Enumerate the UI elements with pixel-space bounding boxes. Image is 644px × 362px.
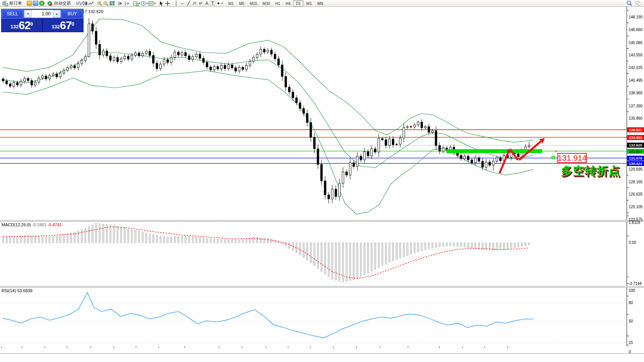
price-tag-131.076: 131.076 (627, 156, 644, 161)
autotrading-label: 自动交易 (54, 0, 71, 6)
macd-label: MACD(12,26,9) -0.1881 -0.4741 (2, 222, 62, 227)
vertical-line-icon[interactable]: │ (173, 0, 179, 6)
chat-icon[interactable] (635, 0, 641, 6)
rsi-tick: 80 (629, 301, 633, 305)
macd-tick: 1.8119 (629, 220, 640, 225)
price-tag-130.424: 130.424 (627, 161, 644, 166)
price-tick: 140.495 (629, 78, 642, 82)
timeframe-m15[interactable]: M15 (247, 0, 260, 7)
mt4-window: 新订单 自动交易 ▾ ▾ ▾ │ ─ (0, 0, 644, 362)
price-tick: 143.555 (629, 53, 642, 57)
price-tag-132.620: 132.620 (627, 143, 644, 148)
candlestick-chart-icon[interactable] (82, 0, 88, 6)
hline-drag-handle[interactable] (552, 156, 555, 159)
sell-button[interactable]: SELL (2, 9, 23, 18)
macd-tick: 0.00 (629, 240, 636, 245)
macd-splitter[interactable] (0, 220, 644, 222)
cn-annotation[interactable]: 多空转折点 (561, 163, 620, 179)
rsi-tick: 50 (629, 319, 633, 323)
price-tick: 145.085 (629, 41, 642, 45)
tile-windows-icon[interactable] (109, 0, 115, 6)
timeframe-d1[interactable]: D1 (293, 0, 303, 7)
price-tick: 125.105 (629, 205, 642, 209)
price-tick: 142.025 (629, 66, 642, 70)
chart-shift-icon[interactable] (124, 0, 130, 6)
zoom-in-icon[interactable] (97, 0, 103, 6)
search-icon[interactable] (626, 0, 633, 6)
autotrading-icon (47, 0, 53, 6)
templates-icon[interactable] (148, 0, 154, 6)
new-order-button[interactable]: 新订单 (0, 0, 24, 7)
price-callout-label[interactable]: 131.914 (557, 153, 587, 163)
terminal-icon[interactable] (33, 0, 39, 6)
zoom-out-icon[interactable] (103, 0, 109, 6)
price-tag-131.914: 131.914 (627, 149, 644, 154)
new-order-label: 新订单 (9, 0, 22, 6)
arrows-icon[interactable]: ✦ (215, 0, 221, 6)
volume-input[interactable]: 1.00 (32, 10, 53, 18)
chart-window[interactable]: ▲ GBPJPY-,Daily 132.187 132.867 131.817 … (0, 7, 644, 362)
autotrading-button[interactable]: 自动交易 (45, 0, 73, 7)
timeframe-h4[interactable]: H4 (283, 0, 293, 7)
timeframe-group: M1M5M15M30H1H4D1W1MN (226, 0, 326, 7)
volume-stepper: ▼ 1.00 ▲ (24, 10, 61, 18)
horizontal-line-icon[interactable]: ─ (179, 0, 185, 6)
rsi-label: RSI(14) 53.6839 (2, 288, 33, 293)
text-icon[interactable]: A (204, 0, 210, 6)
rsi-tick: 0 (629, 350, 631, 354)
timeframe-w1[interactable]: W1 (303, 0, 315, 7)
equidistant-channel-icon[interactable]: ⫽E (192, 0, 198, 6)
price-tag-134.521: 134.521 (627, 127, 644, 132)
bollinger-group (3, 19, 533, 214)
price-tick: 129.695 (629, 167, 642, 171)
fibonacci-icon[interactable]: ≡F (198, 0, 204, 6)
rsi-splitter[interactable] (0, 286, 644, 288)
metaeditor-icon[interactable] (26, 0, 33, 6)
main-toolbar: 新订单 自动交易 ▾ ▾ ▾ │ ─ (0, 0, 644, 7)
volume-increase-button[interactable]: ▲ (53, 10, 61, 18)
line-chart-icon[interactable] (88, 0, 94, 6)
text-label-icon[interactable]: T (210, 1, 215, 6)
sell-price[interactable]: 132620 (2, 18, 43, 32)
buy-price[interactable]: 132670 (43, 18, 84, 32)
chart-canvas[interactable] (0, 7, 644, 362)
price-tick: 135.860 (629, 116, 642, 120)
price-tick: 148.190 (629, 15, 642, 19)
timeframe-m1[interactable]: M1 (226, 0, 236, 7)
timeframe-m30[interactable]: M30 (260, 0, 272, 7)
auto-scroll-icon[interactable] (118, 0, 124, 6)
rsi-tick: 100 (629, 288, 635, 293)
buy-button[interactable]: BUY (61, 9, 83, 18)
rsi-tick: 15 (629, 341, 633, 345)
indicators-icon[interactable] (133, 0, 139, 6)
signals-icon[interactable] (39, 0, 45, 6)
new-order-icon (2, 0, 8, 6)
macd-group (2, 224, 530, 282)
one-click-trade-panel: SELL ▼ 1.00 ▲ BUY 132620 132670 (1, 9, 84, 32)
candles-group (2, 18, 530, 204)
trendline-icon[interactable]: ╱ (185, 0, 192, 6)
price-tick: 146.660 (629, 28, 642, 32)
periods-icon[interactable] (140, 0, 146, 6)
volume-decrease-button[interactable]: ▼ (24, 10, 32, 18)
crosshair-icon[interactable] (164, 0, 170, 6)
price-tick: 128.165 (629, 180, 642, 184)
price-tick: 137.390 (629, 104, 642, 108)
price-tag-133.590: 133.590 (627, 135, 644, 140)
timeframe-h1[interactable]: H1 (273, 0, 283, 7)
timeframe-mn[interactable]: MN (315, 0, 326, 7)
macd-tick: -3.7144 (629, 281, 642, 286)
date-axis-border (0, 353, 644, 354)
price-tick: 138.965 (629, 91, 642, 95)
arrows-caret[interactable]: ▾ (221, 2, 223, 5)
timeframe-m5[interactable]: M5 (236, 0, 247, 7)
price-tick: 126.635 (629, 192, 642, 196)
bar-chart-icon[interactable] (75, 0, 82, 6)
rsi-group (0, 293, 627, 343)
templates-caret[interactable]: ▾ (154, 2, 156, 5)
cursor-icon[interactable] (158, 0, 164, 6)
